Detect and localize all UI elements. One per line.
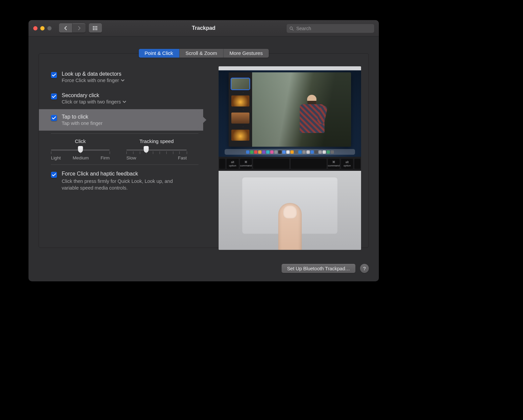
svg-rect-6	[96, 28, 97, 29]
checkbox-lookup[interactable]	[51, 72, 57, 78]
option-lookup-sub[interactable]: Force Click with one finger	[62, 78, 124, 83]
search-icon	[289, 26, 294, 31]
window-controls	[33, 26, 52, 30]
slider-click-labels: Light Medium Firm	[51, 155, 110, 160]
slider-tracking-title: Tracking speed	[139, 138, 174, 144]
close-window-button[interactable]	[33, 26, 38, 30]
slider-click-title: Click	[75, 138, 86, 144]
option-tap-to-click[interactable]: Tap to click Tap with one finger	[39, 109, 203, 131]
svg-rect-5	[95, 28, 96, 29]
tab-point-and-click[interactable]: Point & Click	[138, 49, 179, 58]
svg-rect-8	[95, 29, 96, 30]
show-all-button[interactable]	[89, 23, 102, 33]
checkbox-secondary-click[interactable]	[51, 93, 57, 99]
option-secondary-click[interactable]: Secondary click Click or tap with two fi…	[46, 88, 203, 109]
help-button[interactable]: ?	[360, 264, 369, 273]
divider	[51, 133, 198, 134]
slider-tracking-labels: Slow Fast	[126, 155, 187, 160]
preview-finger	[278, 203, 302, 250]
divider	[51, 164, 198, 165]
preview-dock	[225, 149, 355, 155]
svg-rect-2	[96, 26, 97, 27]
preview-trackpad-area	[219, 171, 361, 250]
checkbox-force-click[interactable]	[51, 172, 57, 178]
option-lookup-title: Look up & data detectors	[62, 71, 124, 77]
system-preferences-window: Trackpad Look	[28, 20, 379, 281]
svg-rect-0	[93, 26, 94, 27]
svg-line-11	[292, 29, 293, 30]
preview-window: · · ·	[229, 72, 351, 147]
preview-column: · · ·	[208, 66, 361, 243]
force-click-desc: Click then press firmly for Quick Look, …	[62, 178, 186, 191]
option-tap-title: Tap to click	[62, 114, 103, 120]
options-column: Look up & data detectors Force Click wit…	[46, 66, 203, 243]
force-click-title: Force Click and haptic feedback	[62, 171, 186, 177]
option-secondary-title: Secondary click	[62, 92, 126, 98]
slider-tracking-speed: Tracking speed	[126, 138, 187, 160]
gesture-preview: · · ·	[219, 66, 361, 250]
tab-bar: Point & Click Scroll & Zoom More Gesture…	[138, 49, 269, 58]
svg-rect-7	[93, 29, 94, 30]
titlebar: Trackpad	[28, 20, 379, 37]
zoom-window-button[interactable]	[47, 26, 52, 30]
minimize-window-button[interactable]	[40, 26, 45, 30]
slider-tracking-track[interactable]	[126, 147, 187, 153]
svg-rect-1	[95, 26, 96, 27]
checkbox-tap-to-click[interactable]	[51, 115, 57, 121]
svg-rect-4	[93, 28, 94, 29]
content-area: Look up & data detectors Force Click wit…	[28, 37, 379, 281]
back-button[interactable]	[59, 23, 72, 33]
tab-scroll-and-zoom[interactable]: Scroll & Zoom	[179, 49, 223, 58]
search-field[interactable]	[287, 24, 374, 33]
svg-rect-9	[96, 29, 97, 30]
search-input[interactable]	[296, 25, 371, 31]
chevron-down-icon	[121, 79, 124, 82]
slider-click-track[interactable]	[51, 147, 110, 153]
chevron-down-icon	[123, 101, 126, 103]
preview-keyboard: altoption⌘command⌘commandaltoption	[219, 157, 361, 171]
setup-bluetooth-trackpad-button[interactable]: Set Up Bluetooth Trackpad…	[282, 264, 355, 273]
option-force-click[interactable]: Force Click and haptic feedback Click th…	[46, 167, 203, 191]
footer: Set Up Bluetooth Trackpad… ?	[28, 258, 379, 281]
settings-panel: Look up & data detectors Force Click wit…	[39, 53, 369, 248]
option-lookup[interactable]: Look up & data detectors Force Click wit…	[46, 66, 203, 88]
forward-button[interactable]	[72, 23, 85, 33]
option-secondary-sub[interactable]: Click or tap with two fingers	[62, 99, 126, 104]
sliders-row: Click Light Medium	[46, 136, 203, 162]
tab-more-gestures[interactable]: More Gestures	[224, 49, 269, 58]
slider-tracking-thumb[interactable]	[144, 146, 149, 153]
slider-click-thumb[interactable]	[78, 146, 83, 153]
option-tap-sub: Tap with one finger	[62, 121, 103, 126]
nav-button-group	[59, 23, 102, 33]
slider-click: Click Light Medium	[51, 138, 110, 160]
